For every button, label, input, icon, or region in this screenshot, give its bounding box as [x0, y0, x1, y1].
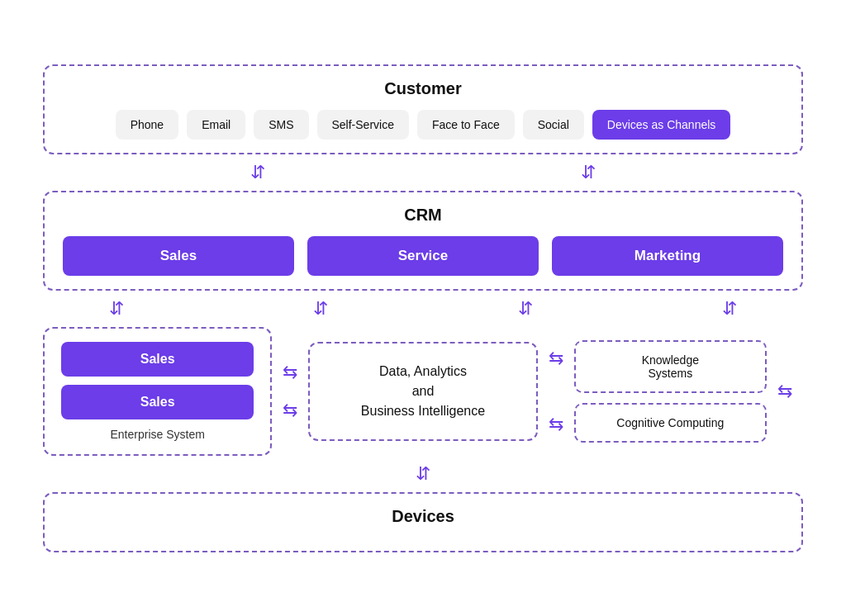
h-arrow-bot: ⇆ [283, 400, 297, 421]
data-analytics-text: Data, AnalyticsandBusiness Intelligence [361, 362, 485, 421]
h-arrow-1: ⇆ ⇆ [272, 362, 308, 421]
arrow-crm4: ⇵ [722, 300, 737, 318]
devices-title: Devices [61, 507, 785, 526]
h-arrow-top: ⇆ [283, 362, 297, 383]
arrow-crm3: ⇵ [518, 300, 533, 318]
crm-buttons: SalesServiceMarketing [61, 236, 785, 276]
h-arrow-bot2: ⇆ [549, 414, 563, 435]
h-arrow-top3: ⇆ [777, 381, 792, 402]
enterprise-section: Sales Sales Enterprise System [43, 327, 272, 456]
arrow-crm1: ⇵ [109, 300, 124, 318]
h-arrow-top2: ⇆ [549, 348, 563, 369]
cognitive-computing-label: Cognitive Computing [616, 416, 724, 429]
channel-btn-5[interactable]: Social [523, 110, 584, 140]
channel-btn-1[interactable]: Email [187, 110, 245, 140]
arrow-down2: ⇵ [581, 163, 596, 182]
crm-btn-1[interactable]: Service [307, 236, 539, 276]
h-arrow-3: ⇆ [767, 381, 803, 402]
crm-title: CRM [61, 206, 785, 225]
channel-btn-4[interactable]: Face to Face [417, 110, 515, 140]
channel-btn-3[interactable]: Self-Service [317, 110, 409, 140]
crm-btn-0[interactable]: Sales [63, 236, 294, 276]
crm-bottom-arrows: ⇵ ⇵ ⇵ ⇵ [43, 291, 803, 327]
customer-section: Customer PhoneEmailSMSSelf-ServiceFace t… [43, 64, 803, 154]
bottom-devices-arrow: ⇵ [43, 456, 803, 492]
knowledge-systems-box: KnowledgeSystems [574, 340, 767, 393]
enterprise-btn-2[interactable]: Sales [61, 385, 254, 419]
channel-btn-2[interactable]: SMS [254, 110, 308, 140]
h-arrow-2: ⇆ ⇆ [538, 348, 574, 435]
customer-crm-arrows: ⇵ ⇵ [43, 154, 803, 191]
crm-btn-2[interactable]: Marketing [552, 236, 783, 276]
enterprise-buttons: Sales Sales [61, 342, 254, 419]
channel-buttons: PhoneEmailSMSSelf-ServiceFace to FaceSoc… [61, 110, 785, 140]
knowledge-section: KnowledgeSystems Cognitive Computing [574, 340, 767, 443]
data-analytics-section: Data, AnalyticsandBusiness Intelligence [308, 342, 537, 441]
knowledge-systems-label: KnowledgeSystems [642, 353, 699, 380]
bottom-row: Sales Sales Enterprise System ⇆ ⇆ Data, … [43, 327, 803, 456]
arrow-down1: ⇵ [250, 163, 265, 182]
diagram-wrapper: Customer PhoneEmailSMSSelf-ServiceFace t… [26, 48, 820, 569]
devices-section: Devices [43, 492, 803, 552]
channel-btn-0[interactable]: Phone [116, 110, 178, 140]
cognitive-computing-box: Cognitive Computing [574, 403, 767, 443]
customer-title: Customer [61, 79, 785, 98]
enterprise-btn-1[interactable]: Sales [61, 342, 254, 377]
crm-section: CRM SalesServiceMarketing [43, 191, 803, 291]
enterprise-label: Enterprise System [61, 428, 254, 441]
channel-btn-6[interactable]: Devices as Channels [592, 110, 731, 140]
arrow-crm2: ⇵ [313, 300, 328, 318]
arrow-devices: ⇵ [416, 465, 430, 483]
